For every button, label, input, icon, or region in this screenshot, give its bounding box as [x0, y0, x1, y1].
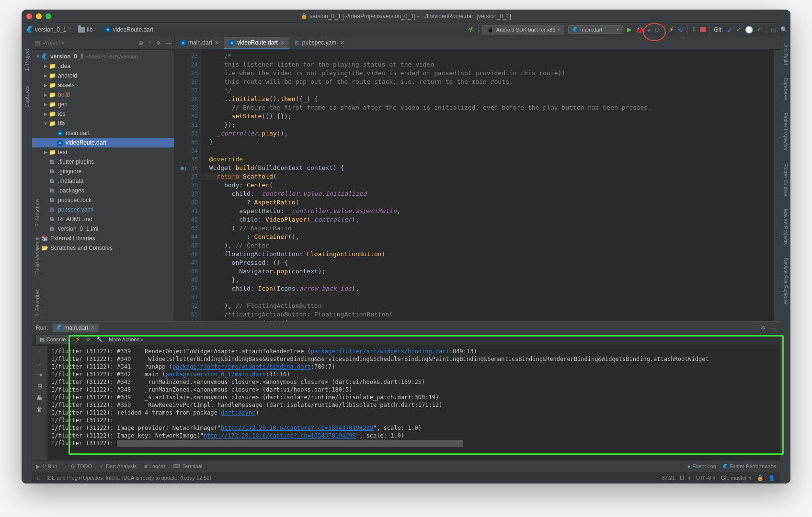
tree-item-yaml[interactable]: 🗎pubspec.yaml: [32, 205, 174, 214]
debug-button[interactable]: 🐞: [636, 26, 644, 34]
bottom-tab-flutter-perf[interactable]: Flutter Performance: [723, 463, 776, 469]
git-revert-button[interactable]: ↶: [757, 26, 763, 34]
project-view-selector[interactable]: ▤ Project ▾: [35, 40, 64, 46]
editor-tab-yaml[interactable]: 🗎pubspec.yaml✕: [289, 37, 349, 49]
tree-item-android[interactable]: ▶📁android: [32, 71, 174, 80]
device-explorer-tool-tab[interactable]: Device File Explorer: [783, 255, 789, 307]
close-icon[interactable]: ✕: [215, 40, 219, 46]
tree-item-lib[interactable]: ▼📁lib: [32, 119, 174, 128]
left-tool-gutter-2: 7: Structure Build Variants 2: Favorites: [32, 187, 43, 330]
close-icon[interactable]: ✕: [340, 40, 344, 46]
settings-gear-icon[interactable]: ✲: [156, 40, 161, 46]
console-output[interactable]: I/flutter (31122): #339 RenderObjectToWi…: [47, 346, 780, 460]
tree-root[interactable]: ▼version_0_1~/IdeaProjects/version: [32, 52, 174, 61]
editor-tab-main[interactable]: ◆main.dart✕: [175, 37, 224, 49]
rerun-icon[interactable]: ↑: [38, 348, 41, 355]
reload-icon[interactable]: ⚡︎: [75, 335, 80, 344]
tree-item-packages[interactable]: 🗎.packages: [32, 186, 174, 195]
tree-ext-lib[interactable]: ▶📚External Libraries: [32, 234, 174, 243]
run-hide-icon[interactable]: —: [770, 325, 776, 331]
flutter-outline-tool-tab[interactable]: Flutter Outline: [783, 160, 789, 199]
stop-icon[interactable]: ↓: [38, 360, 41, 367]
clear-icon[interactable]: 🗑: [37, 406, 43, 413]
git-commit-button[interactable]: ✓: [736, 26, 741, 33]
ide-settings-icon[interactable]: ⊟: [771, 26, 777, 34]
bottom-tab-event-log[interactable]: ● Event Log: [687, 463, 716, 469]
hot-restart-button[interactable]: ⟲: [678, 26, 684, 34]
open-devtools-icon[interactable]: 🔧: [96, 337, 103, 343]
restart-icon[interactable]: ⟳: [86, 337, 91, 343]
tree-item-ios[interactable]: ▶📁ios: [32, 109, 174, 119]
device-selector[interactable]: 📱Android SDK built for x86▾: [482, 25, 565, 34]
inspections-icon[interactable]: 👤: [768, 475, 775, 481]
soft-wrap-icon[interactable]: ⇥: [37, 371, 42, 378]
tree-item-test[interactable]: ▶📁test: [32, 147, 174, 157]
run-tab-main[interactable]: main.dart✕: [53, 324, 99, 332]
captures-tool-tab[interactable]: Captures: [24, 83, 30, 111]
tree-item-video[interactable]: ◆videoRoute.dart: [32, 138, 174, 147]
project-tool-tab[interactable]: 1: Project: [24, 46, 30, 74]
tree-item-main[interactable]: ◆main.dart: [32, 128, 174, 138]
coverage-button[interactable]: ▸: [648, 26, 651, 34]
build-button[interactable]: ⚒: [467, 25, 475, 34]
scroll-to-source-icon[interactable]: ÷: [148, 40, 151, 46]
collapse-all-icon[interactable]: ⊕: [138, 40, 143, 46]
editor-tab-video[interactable]: ◆videoRoute.dart✕: [224, 37, 289, 49]
favorites-tool-tab[interactable]: 2: Favorites: [34, 286, 40, 319]
bottom-tab-terminal[interactable]: ⌨ Terminal: [173, 463, 203, 470]
main-content: 1: Project Captures ▤ Project ▾ ⊕ ÷ ✲ —: [22, 36, 790, 483]
stop-button[interactable]: [700, 27, 706, 32]
run-settings-icon[interactable]: ✲: [761, 325, 766, 331]
scroll-end-icon[interactable]: ⊟: [37, 383, 42, 390]
bottom-tab-run[interactable]: ▶ 4: Run: [36, 463, 57, 470]
editor-scrollbar[interactable]: [774, 50, 780, 321]
bottom-tab-todo[interactable]: ≣ 6: TODO: [65, 463, 92, 470]
bottom-tab-logcat[interactable]: ≡ Logcat: [144, 463, 165, 469]
more-actions-dropdown[interactable]: More Actions ▾: [109, 337, 143, 342]
bottom-tab-dart[interactable]: ✓ Dart Analysis: [100, 463, 137, 470]
line-separator[interactable]: LF ⇕: [680, 475, 691, 481]
maven-tool-tab[interactable]: Maven Projects: [783, 206, 789, 248]
search-everywhere-button[interactable]: 🔍: [780, 26, 788, 33]
git-branch[interactable]: Git: master ⇕: [721, 475, 752, 481]
console-tab[interactable]: ▤ Console: [36, 335, 69, 344]
database-tool-tab[interactable]: Database: [783, 75, 789, 103]
status-icon[interactable]: ☐: [37, 475, 42, 481]
tree-scratches[interactable]: ▶📂Scratches and Consoles: [32, 243, 174, 253]
flutter-icon: [572, 27, 578, 32]
minimize-window-button[interactable]: [36, 13, 42, 19]
ant-build-tool-tab[interactable]: Ant Build: [783, 41, 789, 68]
mem-indicator-icon[interactable]: 🔒: [757, 475, 764, 481]
tree-item-gen[interactable]: ▶📁gen: [32, 100, 174, 109]
tree-item-metadata[interactable]: 🗎.metadata: [32, 176, 174, 186]
tree-item-lock[interactable]: 🗎pubspec.lock: [32, 195, 174, 205]
tree-item-build[interactable]: ▶📁build: [32, 90, 174, 100]
build-variants-tool-tab[interactable]: Build Variants: [34, 239, 40, 277]
hot-reload-button[interactable]: ⚡︎: [669, 25, 674, 34]
hide-panel-icon[interactable]: —: [166, 40, 172, 46]
tree-item-iml[interactable]: 🗎version_0_1.iml: [32, 224, 174, 234]
close-window-button[interactable]: [26, 13, 32, 19]
code-content[interactable]: /* this listener listen for the playing …: [202, 50, 774, 321]
git-history-button[interactable]: 🕘: [745, 26, 753, 34]
attach-button[interactable]: ⇩: [692, 26, 697, 33]
print-icon[interactable]: 🖶: [37, 394, 43, 401]
flutter-inspector-tool-tab[interactable]: Flutter Inspector: [783, 110, 789, 153]
code-editor[interactable]: 23 24 25 26 27 28 29 30 31 32 33 34 35 ●…: [175, 50, 780, 321]
breadcrumb-folder[interactable]: lib〉: [76, 25, 101, 34]
tree-item-plugins[interactable]: 🗎.flutter-plugins: [32, 157, 174, 167]
structure-tool-tab[interactable]: 7: Structure: [34, 196, 40, 229]
tree-item-gitignore[interactable]: 🗎.gitignore: [32, 167, 174, 176]
tree-item-assets[interactable]: ▶📁assets: [32, 80, 174, 90]
close-icon[interactable]: ✕: [280, 40, 285, 46]
git-update-button[interactable]: ↙: [727, 26, 732, 34]
maximize-window-button[interactable]: [46, 13, 51, 19]
file-encoding[interactable]: UTF-8 ⇕: [696, 475, 716, 481]
run-button[interactable]: ▶: [627, 26, 632, 33]
profile-button[interactable]: ⟳: [655, 26, 661, 34]
breadcrumb-file[interactable]: ◆videoRoute.dart: [103, 25, 155, 34]
breadcrumb-project[interactable]: version_0_1〉: [24, 25, 74, 34]
tree-item-idea[interactable]: ▶📁.idea: [32, 61, 174, 71]
run-config-selector[interactable]: main.dart▾: [568, 25, 623, 34]
tree-item-readme[interactable]: 🗎README.md: [32, 214, 174, 224]
